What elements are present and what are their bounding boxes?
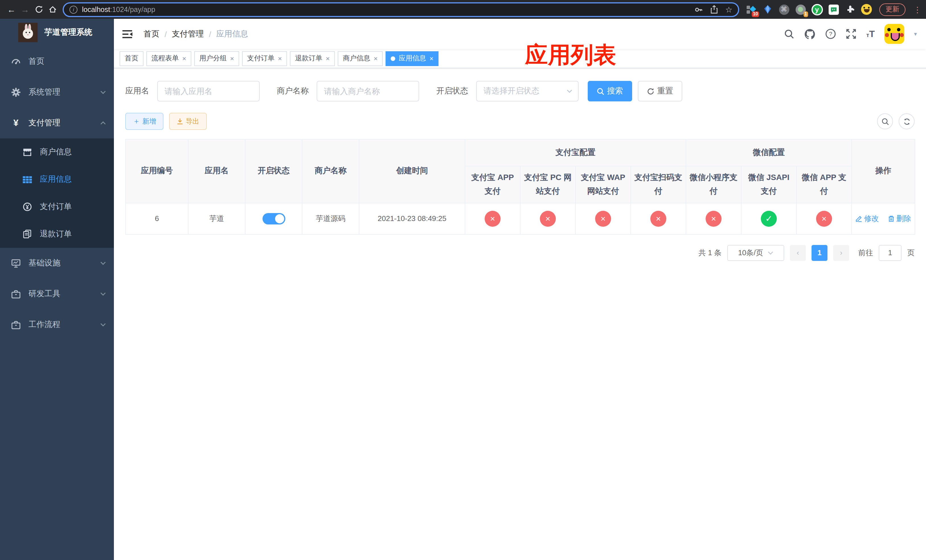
yudao-extension-icon[interactable]: y xyxy=(811,3,823,15)
help-icon[interactable]: ? xyxy=(826,29,836,39)
bookmark-star-icon[interactable]: ☆ xyxy=(725,5,732,14)
avatar[interactable] xyxy=(884,24,904,44)
refresh-table-button[interactable] xyxy=(899,114,915,129)
tab-merchant-info[interactable]: 商户信息× xyxy=(338,51,383,66)
delete-link[interactable]: 删除 xyxy=(888,213,911,224)
search-button[interactable]: 搜索 xyxy=(588,81,632,101)
sidebar-item-infrastructure[interactable]: 基础设施 xyxy=(0,248,114,278)
tab-refund-order[interactable]: 退款订单× xyxy=(290,51,335,66)
page-1-button[interactable]: 1 xyxy=(811,245,828,260)
tab-pay-order[interactable]: 支付订单× xyxy=(242,51,287,66)
table-row: 6 芋道 芋道源码 2021-10-23 08:49:25 × × × × × … xyxy=(126,203,915,234)
tab-home[interactable]: 首页 xyxy=(120,51,144,66)
dashboard-icon xyxy=(11,57,21,66)
chevron-down-icon xyxy=(100,262,106,265)
browser-back-icon[interactable]: ← xyxy=(5,3,18,16)
balloon-extension-icon[interactable] xyxy=(761,3,773,15)
close-icon[interactable]: × xyxy=(326,54,330,62)
sidebar-item-workflow[interactable]: 工作流程 xyxy=(0,309,114,340)
cell-app-id: 6 xyxy=(126,203,188,234)
puzzle-extensions-icon[interactable] xyxy=(844,3,856,15)
font-size-icon[interactable]: тT xyxy=(867,29,875,39)
breadcrumb-payment[interactable]: 支付管理 xyxy=(172,29,204,39)
sidebar-item-label: 基础设施 xyxy=(29,258,61,268)
chevron-down-icon[interactable]: ▾ xyxy=(914,31,917,37)
browser-menu-icon[interactable]: ⋮ xyxy=(914,5,921,14)
sidebar-item-pay-order[interactable]: 支付订单 xyxy=(0,193,114,221)
status-select[interactable]: 请选择开启状态 xyxy=(476,81,579,101)
close-icon[interactable]: × xyxy=(278,54,282,62)
github-icon[interactable] xyxy=(804,28,816,39)
download-icon xyxy=(177,118,183,125)
sidebar-item-dev-tools[interactable]: 研发工具 xyxy=(0,278,114,309)
close-icon[interactable]: × xyxy=(182,54,186,62)
close-icon[interactable]: × xyxy=(230,54,234,62)
monitor-icon xyxy=(11,259,21,268)
prev-page-button[interactable]: ‹ xyxy=(790,245,806,260)
command-extension-icon[interactable]: ⌘ xyxy=(778,3,790,15)
url-text[interactable]: localhost:1024/pay/app xyxy=(82,5,694,14)
site-info-icon[interactable]: i xyxy=(70,5,77,14)
share-icon[interactable] xyxy=(710,5,719,14)
sidebar-item-label: 系统管理 xyxy=(29,87,61,97)
cell-create-time: 2021-10-23 08:49:25 xyxy=(359,203,465,234)
close-icon[interactable]: × xyxy=(430,54,433,62)
emoji-extension-icon[interactable] xyxy=(861,3,873,15)
blocks-extension-icon[interactable]: 10 xyxy=(745,3,757,15)
chevron-down-icon xyxy=(567,89,572,93)
app-name-label: 应用名 xyxy=(125,86,149,96)
sidebar-item-home[interactable]: 首页 xyxy=(0,46,114,77)
password-key-icon[interactable] xyxy=(694,5,704,14)
pagination: 共 1 条 10条/页 ‹ 1 › 前往 页 xyxy=(125,245,915,260)
sidebar-item-payment[interactable]: ¥ 支付管理 xyxy=(0,107,114,138)
table-toolbar: ＋ 新增 导出 xyxy=(125,113,915,130)
tab-user-group[interactable]: 用户分组× xyxy=(194,51,239,66)
trash-icon xyxy=(888,215,895,222)
col-create-time: 创建时间 xyxy=(359,139,465,203)
fullscreen-icon[interactable] xyxy=(846,29,857,39)
merchant-name-input[interactable] xyxy=(317,81,419,101)
chat-extension-icon[interactable] xyxy=(828,3,840,15)
app-title: 芋道管理系统 xyxy=(44,27,92,38)
gear-icon xyxy=(11,88,21,97)
browser-forward-icon[interactable]: → xyxy=(18,3,32,16)
plus-icon: ＋ xyxy=(133,116,140,127)
breadcrumb-home[interactable]: 首页 xyxy=(144,29,159,39)
col-merchant: 商户名称 xyxy=(302,139,359,203)
top-navbar: 首页 / 支付管理 / 应用信息 ? тT ▾ xyxy=(114,19,926,49)
tab-process-form[interactable]: 流程表单× xyxy=(146,51,191,66)
browser-home-icon[interactable] xyxy=(45,3,59,16)
sidebar-item-merchant-info[interactable]: 商户信息 xyxy=(0,138,114,166)
toggle-search-button[interactable] xyxy=(877,114,893,129)
alipay-qr-status-icon: × xyxy=(651,210,666,227)
goto-label: 前往 xyxy=(858,248,873,258)
close-icon[interactable]: × xyxy=(374,54,378,62)
tags-view-bar: 首页 流程表单× 用户分组× 支付订单× 退款订单× 商户信息× 应用信息× xyxy=(114,49,926,68)
sidebar-fold-icon[interactable] xyxy=(120,26,136,42)
status-toggle[interactable] xyxy=(262,213,285,224)
col-app-id: 应用编号 xyxy=(126,139,188,203)
app-logo[interactable]: 芋道管理系统 xyxy=(0,19,114,46)
sidebar-item-refund-order[interactable]: 退款订单 xyxy=(0,221,114,248)
search-icon xyxy=(881,118,889,125)
url-bar[interactable]: i localhost:1024/pay/app ☆ xyxy=(63,2,739,17)
sidebar-item-system[interactable]: 系统管理 xyxy=(0,77,114,107)
tray-extension-icon[interactable]: 1 xyxy=(794,3,806,15)
refund-icon xyxy=(23,230,32,239)
sidebar-item-app-info[interactable]: 应用信息 xyxy=(0,166,114,193)
tab-app-info[interactable]: 应用信息× xyxy=(386,51,439,66)
goto-page-input[interactable] xyxy=(879,245,902,260)
search-icon[interactable] xyxy=(784,29,795,39)
export-button[interactable]: 导出 xyxy=(169,113,207,130)
edit-link[interactable]: 修改 xyxy=(855,213,879,224)
browser-update-button[interactable]: 更新 xyxy=(879,3,905,16)
app-name-input[interactable] xyxy=(157,81,260,101)
add-button[interactable]: ＋ 新增 xyxy=(125,113,163,130)
next-page-button[interactable]: › xyxy=(833,245,849,260)
page-size-select[interactable]: 10条/页 xyxy=(727,245,784,260)
col-group-alipay: 支付宝配置 xyxy=(465,139,686,166)
browser-reload-icon[interactable] xyxy=(32,3,45,16)
reset-button[interactable]: 重置 xyxy=(638,81,682,101)
sidebar-item-label: 商户信息 xyxy=(40,147,72,157)
sidebar-item-label: 支付管理 xyxy=(29,118,61,128)
